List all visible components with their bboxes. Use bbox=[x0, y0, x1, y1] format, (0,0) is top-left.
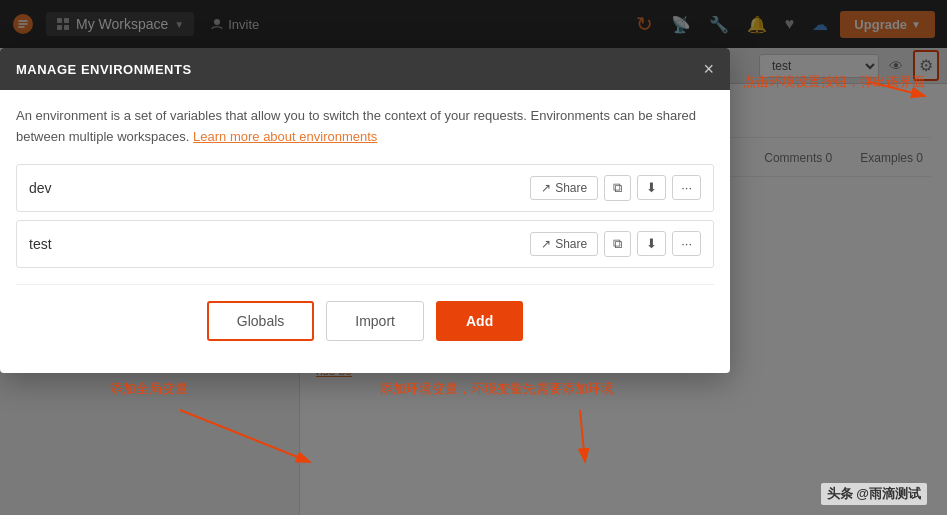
test-download-button[interactable]: ⬇ bbox=[637, 231, 666, 256]
environment-row-dev: dev ↗ Share ⧉ ⬇ ··· bbox=[16, 164, 714, 212]
annotation-add-env: 添加环境变量，环境变量先需要添加环境 bbox=[380, 380, 614, 398]
test-copy-button[interactable]: ⧉ bbox=[604, 231, 631, 257]
dev-copy-button[interactable]: ⧉ bbox=[604, 175, 631, 201]
learn-more-link[interactable]: Learn more about environments bbox=[193, 129, 377, 144]
modal-close-button[interactable]: × bbox=[703, 60, 714, 78]
share-icon-test: ↗ bbox=[541, 237, 551, 251]
annotation-click-settings: 点击环境设置按钮，弹出该界面 bbox=[743, 73, 925, 91]
globals-button[interactable]: Globals bbox=[207, 301, 314, 341]
env-name-dev: dev bbox=[29, 180, 530, 196]
manage-environments-modal: MANAGE ENVIRONMENTS × An environment is … bbox=[0, 48, 730, 373]
watermark: 头条 @雨滴测试 bbox=[821, 483, 927, 505]
test-share-button[interactable]: ↗ Share bbox=[530, 232, 598, 256]
dev-share-button[interactable]: ↗ Share bbox=[530, 176, 598, 200]
env-actions-dev: ↗ Share ⧉ ⬇ ··· bbox=[530, 175, 701, 201]
modal-title: MANAGE ENVIRONMENTS bbox=[16, 62, 192, 77]
test-more-button[interactable]: ··· bbox=[672, 231, 701, 256]
annotation-add-global: 添加全局变量 bbox=[110, 380, 188, 398]
dev-download-button[interactable]: ⬇ bbox=[637, 175, 666, 200]
share-icon-dev: ↗ bbox=[541, 181, 551, 195]
modal-description: An environment is a set of variables tha… bbox=[16, 106, 714, 148]
environment-row-test: test ↗ Share ⧉ ⬇ ··· bbox=[16, 220, 714, 268]
env-actions-test: ↗ Share ⧉ ⬇ ··· bbox=[530, 231, 701, 257]
env-name-test: test bbox=[29, 236, 530, 252]
import-button[interactable]: Import bbox=[326, 301, 424, 341]
modal-footer: Globals Import Add bbox=[16, 284, 714, 357]
dev-more-button[interactable]: ··· bbox=[672, 175, 701, 200]
modal-header: MANAGE ENVIRONMENTS × bbox=[0, 48, 730, 90]
add-button[interactable]: Add bbox=[436, 301, 523, 341]
modal-body: An environment is a set of variables tha… bbox=[0, 90, 730, 373]
